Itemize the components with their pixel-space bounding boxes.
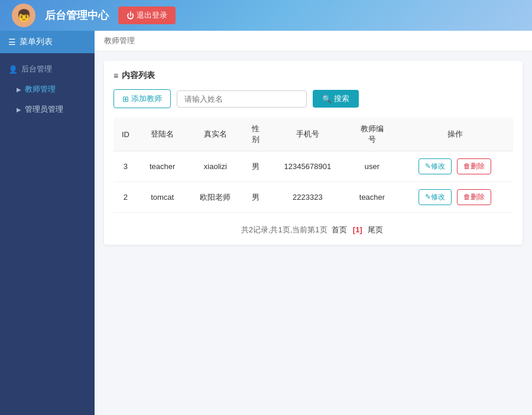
pagination: 共2记录,共1页,当前第1页 首页 [1] 尾页 (113, 225, 513, 235)
edit-button[interactable]: ✎修改 (419, 158, 452, 174)
cell-actions: ✎修改 🗑删除 (397, 182, 513, 213)
menu-icon: ☰ (8, 37, 16, 47)
cell-id: 3 (113, 151, 138, 182)
sidebar-section-title: 👤 后台管理 (0, 59, 95, 79)
toolbar: ⊞ 添加教师 🔍 搜索 (113, 89, 513, 108)
main-content: 教师管理 ≡ 内容列表 ⊞ 添加教师 🔍 搜索 (95, 31, 532, 415)
table-row: 3 teacher xiaolizi 男 12345678901 user ✎修… (113, 151, 513, 182)
col-realname: 真实名 (187, 118, 244, 151)
col-actions: 操作 (397, 118, 513, 151)
sidebar-section: 👤 后台管理 ▶ 教师管理 ▶ 管理员管理 (0, 53, 95, 125)
sidebar: ☰ 菜单列表 👤 后台管理 ▶ 教师管理 ▶ 管理员管理 (0, 31, 95, 415)
sidebar-item-admin-management[interactable]: ▶ 管理员管理 (0, 99, 95, 119)
delete-button[interactable]: 🗑删除 (457, 158, 491, 174)
cell-teacher-no: teacher (348, 182, 397, 213)
list-icon: ≡ (113, 71, 118, 80)
cell-realname: 欧阳老师 (187, 182, 244, 213)
content-area: ≡ 内容列表 ⊞ 添加教师 🔍 搜索 (95, 51, 532, 254)
cell-gender: 男 (244, 151, 268, 182)
table-header-row: ID 登陆名 真实名 性别 手机号 教师编号 操作 (113, 118, 513, 151)
search-input[interactable] (177, 90, 307, 108)
delete-button[interactable]: 🗑删除 (457, 189, 491, 205)
content-card: ≡ 内容列表 ⊞ 添加教师 🔍 搜索 (104, 61, 523, 245)
content-card-title: ≡ 内容列表 (113, 70, 513, 81)
teacher-table: ID 登陆名 真实名 性别 手机号 教师编号 操作 3 teacher xiao… (113, 118, 513, 213)
cell-gender: 男 (244, 182, 268, 213)
arrow-icon: ▶ (17, 86, 21, 93)
sidebar-menu-header: ☰ 菜单列表 (0, 31, 95, 53)
col-username: 登陆名 (138, 118, 187, 151)
first-page-link[interactable]: 首页 (332, 225, 347, 234)
last-page-link[interactable]: 尾页 (368, 225, 383, 234)
add-teacher-button[interactable]: ⊞ 添加教师 (113, 89, 171, 108)
avatar: 👦 (12, 4, 35, 27)
arrow-icon-2: ▶ (17, 106, 21, 113)
user-icon: 👤 (8, 65, 18, 74)
header: 👦 后台管理中心 ⏻ 退出登录 (0, 0, 532, 31)
search-icon: 🔍 (322, 95, 332, 103)
search-button[interactable]: 🔍 搜索 (313, 90, 359, 108)
cell-teacher-no: user (348, 151, 397, 182)
breadcrumb: 教师管理 (95, 31, 532, 51)
site-title: 后台管理中心 (45, 8, 109, 22)
col-id: ID (113, 118, 138, 151)
cell-id: 2 (113, 182, 138, 213)
sidebar-item-teacher-management[interactable]: ▶ 教师管理 (0, 79, 95, 99)
col-gender: 性别 (244, 118, 268, 151)
cell-actions: ✎修改 🗑删除 (397, 151, 513, 182)
power-icon: ⏻ (126, 11, 134, 20)
plus-icon: ⊞ (122, 95, 129, 103)
edit-button[interactable]: ✎修改 (419, 189, 452, 205)
current-page[interactable]: [1] (353, 225, 362, 234)
cell-username: teacher (138, 151, 187, 182)
cell-username: tomcat (138, 182, 187, 213)
col-phone: 手机号 (268, 118, 348, 151)
layout: ☰ 菜单列表 👤 后台管理 ▶ 教师管理 ▶ 管理员管理 教师管理 ≡ (0, 31, 532, 415)
cell-realname: xiaolizi (187, 151, 244, 182)
col-teacher-no: 教师编号 (348, 118, 397, 151)
logout-button[interactable]: ⏻ 退出登录 (118, 7, 176, 24)
table-row: 2 tomcat 欧阳老师 男 2223323 teacher ✎修改 🗑删除 (113, 182, 513, 213)
cell-phone: 2223323 (268, 182, 348, 213)
cell-phone: 12345678901 (268, 151, 348, 182)
